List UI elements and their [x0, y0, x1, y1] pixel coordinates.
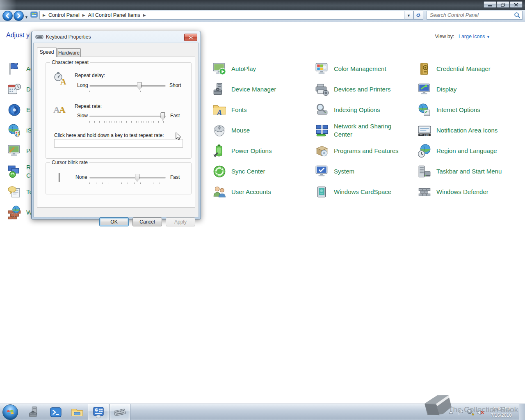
back-button[interactable]	[2, 11, 13, 21]
maximize-button[interactable]	[497, 1, 509, 8]
refresh-button[interactable]	[413, 11, 423, 20]
cursor-blink-slider-thumb[interactable]	[135, 174, 139, 182]
view-by-caret-icon[interactable]: ▼	[486, 35, 490, 39]
internet-options-icon	[418, 103, 431, 117]
repeat-rate-icon: AA	[52, 102, 68, 115]
cpl-item-color-management[interactable]: Color Management	[315, 59, 415, 79]
search-icon[interactable]	[514, 11, 521, 19]
cpl-item-system[interactable]: System	[315, 161, 415, 182]
taskbar-button-keyboard[interactable]	[109, 404, 130, 420]
search-box	[427, 11, 523, 20]
breadcrumb-control-panel[interactable]: Control Panel	[48, 12, 80, 18]
cpl-item-fonts[interactable]: AFonts	[212, 100, 311, 120]
cpl-item-user-accounts[interactable]: User Accounts	[212, 182, 311, 202]
cpl-item-label: Internet Options	[436, 106, 480, 114]
repeat-delay-min-label: Long	[77, 82, 88, 88]
repeat-delay-slider[interactable]	[89, 85, 166, 87]
iscsi-icon	[7, 123, 21, 137]
apply-button[interactable]: Apply	[166, 217, 195, 226]
forward-button[interactable]	[14, 11, 24, 21]
device-manager-icon	[212, 82, 226, 96]
cpl-item-label: Indexing Options	[334, 106, 380, 114]
date-time-icon	[7, 82, 21, 96]
cpl-item-autoplay[interactable]: AutoPlay	[212, 59, 311, 79]
taskbar-button-powershell[interactable]	[45, 404, 66, 420]
svg-text:A: A	[217, 108, 222, 117]
cpl-item-label: Mouse	[231, 126, 250, 135]
taskbar: 2:43 PM 7/16/2010	[0, 404, 525, 420]
tab-hardware[interactable]: Hardware	[57, 48, 81, 57]
cpl-item-power-options[interactable]: Power Options	[212, 141, 311, 161]
cancel-button[interactable]: Cancel	[132, 217, 162, 226]
cpl-item-region-language[interactable]: Region and Language	[418, 141, 520, 161]
cpl-item-taskbar-startmenu[interactable]: Taskbar and Start Menu	[418, 161, 520, 182]
cpl-item-notification-icons[interactable]: 0:00Notification Area Icons	[418, 120, 520, 141]
cpl-item-devices-printers[interactable]: Devices and Printers	[315, 79, 415, 100]
taskbar-app-buttons	[24, 404, 130, 420]
repeat-rate-slider[interactable]	[89, 116, 166, 117]
cpl-item-programs-features[interactable]: Programs and Features	[315, 141, 415, 161]
breadcrumb-arrow-icon: ▶	[40, 13, 48, 17]
address-dropdown-button[interactable]: ▼	[404, 11, 413, 20]
cpl-item-label: Taskbar and Start Menu	[436, 167, 502, 176]
dialog-title: Keyboard Properties	[46, 34, 91, 40]
items-column-3: Credential ManagerDisplayInternet Option…	[418, 59, 520, 202]
close-button[interactable]	[510, 1, 523, 8]
show-hidden-icons-button[interactable]	[447, 409, 454, 416]
action-center-flag-icon[interactable]	[457, 409, 464, 416]
view-by-value[interactable]: Large icons	[459, 34, 485, 39]
volume-muted-icon[interactable]	[477, 409, 484, 416]
windows-firewall-icon	[7, 205, 21, 219]
tab-speed[interactable]: Speed	[37, 48, 57, 57]
repeat-delay-ticks	[89, 91, 166, 93]
minimize-button[interactable]	[484, 1, 496, 8]
test-repeat-input[interactable]	[54, 139, 183, 148]
cpl-item-display[interactable]: Display	[418, 79, 520, 100]
cpl-item-label: Power Options	[231, 147, 272, 155]
repeat-delay-slider-thumb[interactable]	[137, 82, 142, 90]
cpl-item-mouse[interactable]: Mouse	[212, 120, 311, 141]
cpl-item-network-sharing[interactable]: Network and SharingCenter	[315, 120, 415, 141]
explorer-icon	[71, 406, 83, 418]
cpl-item-internet-options[interactable]: Internet Options	[418, 100, 520, 120]
taskbar-clock[interactable]: 2:43 PM 7/16/2010	[486, 405, 516, 418]
taskbar-button-control-panel[interactable]	[88, 404, 109, 420]
user-accounts-icon	[212, 185, 226, 199]
cpl-item-credential-manager[interactable]: Credential Manager	[418, 59, 520, 79]
items-column-1: AutoPlayDevice ManagerAFontsMousePower O…	[212, 59, 311, 202]
search-input[interactable]	[427, 12, 514, 18]
character-repeat-group: Character repeat A Repeat delay: Long Sh…	[46, 62, 192, 159]
show-desktop-button[interactable]	[519, 404, 525, 420]
view-by-label: View by:	[435, 34, 454, 39]
cpl-item-cardspace[interactable]: Windows CardSpace	[315, 182, 415, 202]
breadcrumb-arrow-icon: ▶	[140, 13, 149, 17]
ok-button[interactable]: OK	[99, 217, 129, 226]
control-panel-icon	[92, 406, 105, 418]
breadcrumb-arrow-icon: ▶	[80, 13, 88, 17]
breadcrumb: ▶ Control Panel ▶ All Control Panel Item…	[39, 11, 404, 20]
cursor-blink-slider[interactable]	[89, 177, 166, 178]
cpl-item-indexing-options[interactable]: Indexing Options	[315, 100, 415, 120]
cpl-item-device-manager[interactable]: Device Manager	[212, 79, 311, 100]
network-sharing-icon	[315, 123, 329, 137]
color-management-icon	[315, 62, 329, 76]
taskbar-button-explorer[interactable]	[66, 404, 88, 420]
start-button[interactable]	[2, 404, 18, 420]
network-warning-icon[interactable]	[467, 409, 474, 416]
group-title: Cursor blink rate	[50, 160, 89, 165]
dialog-close-button[interactable]	[184, 34, 197, 41]
cpl-item-label: Windows Defender	[436, 188, 488, 196]
taskbar-button-computer-tools[interactable]	[24, 404, 45, 420]
test-repeat-label: Click here and hold down a key to test r…	[54, 132, 164, 138]
group-title: Character repeat	[50, 59, 90, 65]
autoplay-icon	[212, 62, 226, 76]
keyboard-icon	[114, 406, 126, 418]
blinking-cursor-sample	[59, 173, 59, 182]
breadcrumb-all-items[interactable]: All Control Panel Items	[88, 12, 140, 18]
cpl-item-label: Display	[436, 85, 457, 94]
recent-pages-caret[interactable]: ▼	[25, 15, 28, 19]
cpl-item-sync-center[interactable]: Sync Center	[212, 161, 311, 182]
cpl-item-windows-defender[interactable]: Windows Defender	[418, 182, 520, 202]
repeat-rate-label: Repeat rate:	[75, 103, 102, 109]
repeat-rate-slider-thumb[interactable]	[160, 112, 165, 121]
